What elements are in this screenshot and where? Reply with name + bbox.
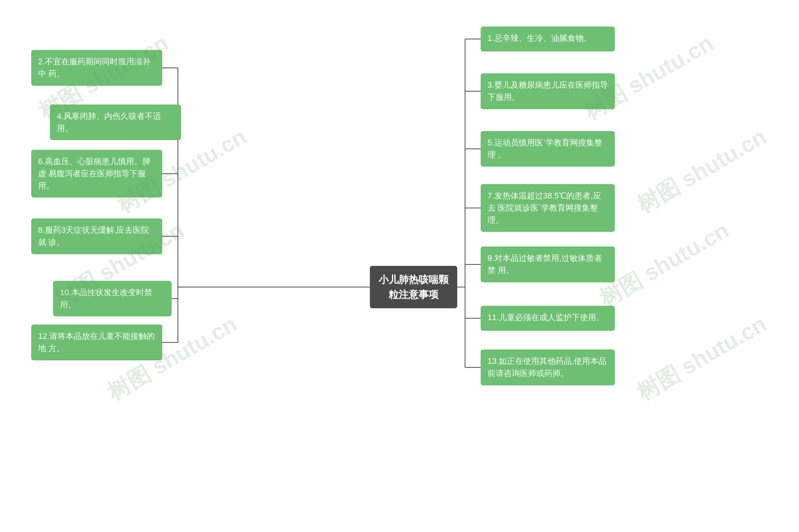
left-node-5: 10.本品性状发生改变时禁用。 <box>53 281 172 317</box>
watermark: 树图 shutu.cn <box>631 122 772 220</box>
right-node-1: 1.忌辛辣、生冷、油腻食物。 <box>481 26 615 52</box>
right-node-3: 5.运动员慎用医`学教育网搜集整理 。 <box>481 131 615 167</box>
right-node-6: 11.儿童必须在成人监护下使用。 <box>481 306 615 331</box>
right-node-2: 3.婴儿及糖尿病患儿应在医师指导 下服用。 <box>481 73 615 109</box>
watermark: 树图 shutu.cn <box>631 309 772 407</box>
right-node-5: 9.对本品过敏者禁用,过敏体质者禁 用。 <box>481 247 615 282</box>
mindmap: 树图 shutu.cn 树图 shutu.cn 树图 shutu.cn 树图 s… <box>0 0 799 532</box>
right-node-4: 7.发热体温超过38.5℃的患者,应去 医院就诊医`学教育网搜集整理。 <box>481 184 615 232</box>
left-node-2: 4.风寒闭肺、内伤久咳者不适用。 <box>50 104 181 140</box>
right-node-7: 13.如正在使用其他药品,使用本品 前请咨询医师或药师。 <box>481 349 615 385</box>
left-node-3: 6.高血压、心脏病患儿慎用。脾虚 易腹泻者应在医师指导下服用。 <box>31 150 162 197</box>
left-node-6: 12.请将本品放在儿童不能接触的地 方。 <box>31 324 162 360</box>
center-node: 小儿肺热咳喘颗粒注意事项 <box>370 266 457 308</box>
left-node-1: 2.不宜在服药期间同时服用滋补中 药。 <box>31 50 162 86</box>
watermark: 树图 shutu.cn <box>594 215 735 314</box>
center-label: 小儿肺热咳喘颗粒注意事项 <box>376 272 451 302</box>
left-node-4: 8.服药3天症状无缓解,应去医院就 诊。 <box>31 218 162 254</box>
